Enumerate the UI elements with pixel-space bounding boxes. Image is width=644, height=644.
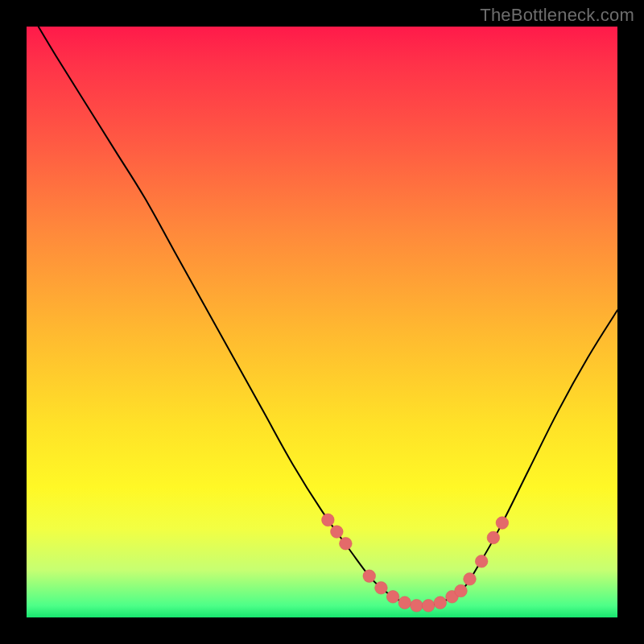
curve-marker [487,531,500,544]
curve-marker [331,526,344,539]
marker-group [322,514,509,612]
curve-marker [375,582,388,595]
plot-area [27,27,617,617]
curve-marker [398,597,411,609]
curve-marker [496,517,509,530]
curve-marker [464,572,477,585]
curve-marker [386,591,399,604]
curve-marker [411,600,423,613]
curve-marker [434,597,447,609]
watermark-label: TheBottleneck.com [480,5,634,26]
curve-svg [27,27,617,617]
chart-canvas: TheBottleneck.com [0,0,644,644]
curve-marker [363,570,376,583]
curve-marker [422,600,435,613]
curve-marker [340,537,353,550]
curve-marker [322,514,335,526]
curve-marker [455,584,468,597]
curve-marker [475,555,488,568]
